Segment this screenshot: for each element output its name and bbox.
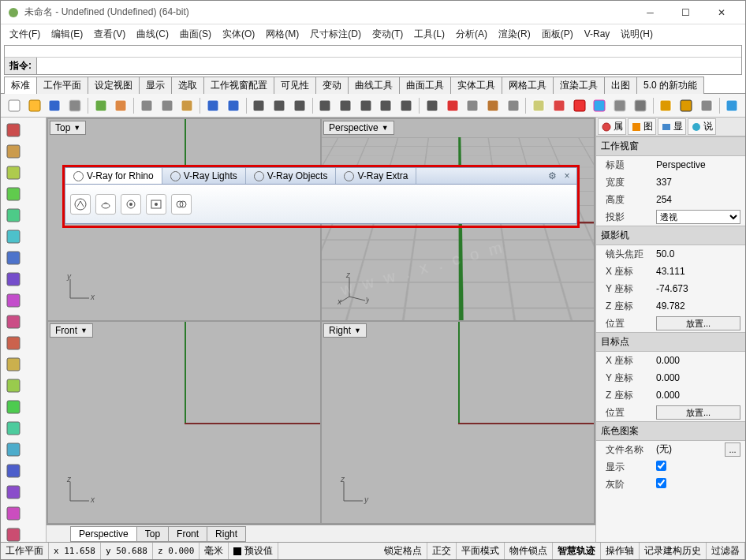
car-icon[interactable]	[443, 96, 462, 115]
import-icon[interactable]	[91, 96, 110, 115]
status-unit[interactable]: 毫米	[200, 543, 229, 559]
viewport-label-front[interactable]: Front▼	[50, 323, 93, 338]
toolbar-tab[interactable]: 变动	[315, 77, 349, 94]
tab-layers[interactable]: 图	[628, 118, 656, 135]
point-tool-icon[interactable]	[3, 184, 23, 203]
menu-item[interactable]: 曲线(C)	[131, 26, 174, 43]
vray-tab[interactable]: V-Ray Objects	[246, 168, 337, 184]
toolbar-tab[interactable]: 可见性	[274, 77, 316, 94]
btn-place-target[interactable]: 放置...	[656, 405, 740, 420]
zoom-sel-icon[interactable]	[377, 96, 396, 115]
light-icon[interactable]	[529, 96, 548, 115]
viewport-front[interactable]: Front▼ zx	[48, 322, 320, 523]
vray-batch-button[interactable]	[171, 194, 192, 215]
zoom-out-icon[interactable]	[336, 96, 355, 115]
menu-item[interactable]: 说明(H)	[615, 26, 658, 43]
cylinder-tool-icon[interactable]	[3, 397, 23, 416]
curve-tool-icon[interactable]	[3, 205, 23, 225]
layer-color-swatch[interactable]	[233, 547, 241, 555]
field-projection[interactable]: 透视	[656, 210, 740, 224]
view-tab[interactable]: Perspective	[70, 526, 137, 542]
prop-icon[interactable]	[504, 96, 523, 115]
rect-tool-icon[interactable]	[3, 269, 23, 289]
redo-icon[interactable]	[224, 96, 243, 115]
sphere2-icon[interactable]	[631, 96, 650, 115]
print-icon[interactable]	[65, 96, 84, 115]
field-cam-x[interactable]	[656, 266, 740, 277]
move-icon[interactable]	[250, 96, 269, 115]
zoom-ext-icon[interactable]	[356, 96, 375, 115]
vray-render-button[interactable]	[121, 194, 141, 215]
tab-display[interactable]: 显	[658, 118, 686, 135]
options-icon[interactable]	[463, 96, 482, 115]
vray-teapot-button[interactable]	[95, 194, 116, 215]
menu-item[interactable]: 编辑(E)	[46, 26, 88, 43]
layer-icon[interactable]	[483, 96, 502, 115]
toolbar-tab[interactable]: 显示	[139, 77, 172, 94]
vray-tab[interactable]: V-Ray Extra	[336, 168, 416, 184]
new-icon[interactable]	[5, 96, 24, 115]
loft-tool-icon[interactable]	[3, 354, 23, 374]
view-tab[interactable]: Right	[207, 526, 246, 542]
menu-item[interactable]: 网格(M)	[260, 26, 304, 43]
view-tab[interactable]: Front	[168, 526, 207, 542]
toolbar-tab[interactable]: 工作平面	[36, 77, 88, 94]
close-icon[interactable]: ×	[561, 170, 573, 182]
btn-place-camera[interactable]: 放置...	[656, 316, 740, 330]
field-tgt-z[interactable]	[656, 390, 740, 401]
vray-tab[interactable]: V-Ray Lights	[162, 168, 246, 184]
toolbar-tab[interactable]: 网格工具	[502, 77, 554, 94]
status-toggle[interactable]: 智慧轨迹	[553, 543, 601, 559]
toolbar-tab[interactable]: 曲面工具	[399, 77, 451, 94]
vray-tab[interactable]: V-Ray for Rhino	[65, 168, 162, 184]
status-toggle[interactable]: 正交	[427, 543, 457, 559]
lasso-tool-icon[interactable]	[3, 141, 23, 161]
field-width[interactable]	[656, 177, 740, 188]
arc-tool-icon[interactable]	[3, 248, 23, 267]
box-tool-icon[interactable]	[3, 375, 23, 395]
menu-item[interactable]: 工具(L)	[408, 26, 450, 43]
menu-item[interactable]: 实体(O)	[217, 26, 260, 43]
render-icon[interactable]	[550, 96, 569, 115]
viewport-label-right[interactable]: Right▼	[323, 323, 367, 338]
menu-item[interactable]: 查看(V)	[88, 26, 131, 43]
copy-icon[interactable]	[158, 96, 177, 115]
paste-icon[interactable]	[177, 96, 196, 115]
hide-icon[interactable]	[657, 96, 676, 115]
sphere-icon[interactable]	[610, 96, 629, 115]
help-icon[interactable]	[723, 96, 742, 115]
vray-frame-button[interactable]	[146, 194, 166, 215]
toolbar-tab[interactable]: 工作视窗配置	[203, 77, 274, 94]
show-icon[interactable]	[677, 96, 696, 115]
menu-item[interactable]: V-Ray	[579, 27, 616, 41]
status-toggle[interactable]: 过滤器	[707, 543, 745, 559]
chk-show[interactable]	[656, 461, 666, 471]
menu-item[interactable]: 曲面(S)	[174, 26, 217, 43]
circle-tool-icon[interactable]	[3, 226, 23, 246]
field-height[interactable]	[656, 194, 740, 205]
vray-logo-button[interactable]	[70, 194, 91, 215]
explode-tool-icon[interactable]	[3, 482, 23, 502]
viewport-label-perspective[interactable]: Perspective▼	[323, 121, 394, 135]
surface-tool-icon[interactable]	[3, 333, 23, 353]
viewport-label-top[interactable]: Top▼	[50, 121, 86, 135]
toolbar-tab[interactable]: 选取	[171, 77, 204, 94]
save-icon[interactable]	[45, 96, 64, 115]
command-input[interactable]	[37, 58, 741, 74]
rotate-icon[interactable]	[270, 96, 289, 115]
polyline-tool-icon[interactable]	[3, 162, 23, 182]
zoom-in-icon[interactable]	[316, 96, 335, 115]
extrude-tool-icon[interactable]	[3, 503, 23, 523]
4view-icon[interactable]	[423, 96, 442, 115]
toolbar-tab[interactable]: 出图	[604, 77, 637, 94]
pan-icon[interactable]	[397, 96, 416, 115]
menu-item[interactable]: 渲染(R)	[493, 26, 536, 43]
status-cplane[interactable]: 工作平面	[1, 543, 49, 559]
lock-icon[interactable]	[697, 96, 716, 115]
field-tgt-x[interactable]	[656, 355, 740, 366]
ellipse-tool-icon[interactable]	[3, 312, 23, 331]
toolbar-tab[interactable]: 标准	[4, 77, 37, 94]
undo-icon[interactable]	[203, 96, 222, 115]
tab-properties[interactable]: 属	[598, 118, 626, 135]
gear-tool-icon[interactable]	[3, 461, 23, 480]
